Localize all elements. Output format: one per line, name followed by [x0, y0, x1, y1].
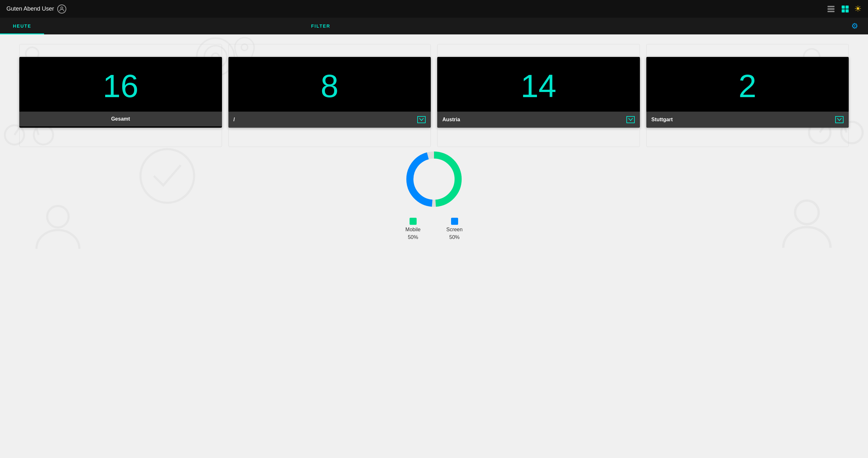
mobile-label: Mobile	[405, 227, 421, 233]
card-gesamt-number: 16	[19, 57, 222, 111]
chart-legend: Mobile 50% Screen 50%	[405, 218, 463, 240]
stuttgart-dropdown-button[interactable]	[835, 116, 843, 123]
sun-icon[interactable]: ☀	[854, 4, 862, 14]
svg-rect-6	[842, 9, 845, 12]
tile-view-button[interactable]	[840, 4, 850, 14]
gear-icon[interactable]: ⚙	[851, 22, 858, 31]
card-gesamt-footer: Gesamt	[19, 111, 222, 126]
card-stuttgart-label: Stuttgart	[651, 117, 673, 123]
mobile-color-dot	[409, 218, 416, 225]
tab-filter[interactable]: FILTER	[298, 18, 343, 34]
card-gesamt-label: Gesamt	[111, 116, 130, 122]
card-slash-label: /	[234, 117, 235, 123]
legend-mobile: Mobile 50%	[405, 218, 421, 240]
svg-rect-2	[828, 8, 835, 9]
card-austria: 14 Austria	[437, 57, 640, 128]
user-icon[interactable]	[57, 4, 66, 13]
svg-rect-1	[828, 6, 835, 7]
screen-pct: 50%	[450, 234, 460, 240]
svg-rect-5	[845, 5, 849, 9]
card-austria-label: Austria	[442, 117, 460, 123]
mobile-pct: 50%	[408, 234, 418, 240]
card-stuttgart-footer: Stuttgart	[646, 111, 849, 128]
card-austria-footer: Austria	[437, 111, 640, 128]
tab-heute[interactable]: HEUTE	[0, 18, 44, 34]
svg-point-0	[61, 7, 63, 9]
screen-color-dot	[451, 218, 458, 225]
card-austria-number: 14	[437, 57, 640, 111]
austria-dropdown-button[interactable]	[626, 116, 635, 123]
slash-dropdown-button[interactable]	[417, 116, 426, 123]
screen-label: Screen	[446, 227, 463, 233]
toolbar-icons: ☀	[826, 4, 862, 14]
list-view-button[interactable]	[826, 4, 836, 14]
legend-screen: Screen 50%	[446, 218, 463, 240]
card-stuttgart-number: 2	[646, 57, 849, 111]
card-slash-footer: /	[228, 111, 431, 128]
main-content: 16 Gesamt 8 / 14 Austria	[0, 34, 868, 458]
card-slash-number: 8	[228, 57, 431, 111]
card-gesamt: 16 Gesamt	[19, 57, 222, 128]
svg-rect-4	[842, 5, 845, 9]
card-stuttgart: 2 Stuttgart	[646, 57, 849, 128]
svg-rect-3	[828, 11, 835, 12]
greeting-area: Guten Abend User	[6, 4, 66, 13]
nav-bar: HEUTE FILTER ⚙	[0, 18, 868, 34]
greeting-text: Guten Abend User	[6, 5, 54, 12]
stat-cards-row: 16 Gesamt 8 / 14 Austria	[19, 57, 849, 128]
card-slash: 8 /	[228, 57, 431, 128]
svg-rect-7	[845, 9, 849, 12]
top-bar: Guten Abend User ☀	[0, 0, 868, 18]
donut-chart	[402, 147, 466, 211]
chart-section: Mobile 50% Screen 50%	[19, 147, 849, 240]
